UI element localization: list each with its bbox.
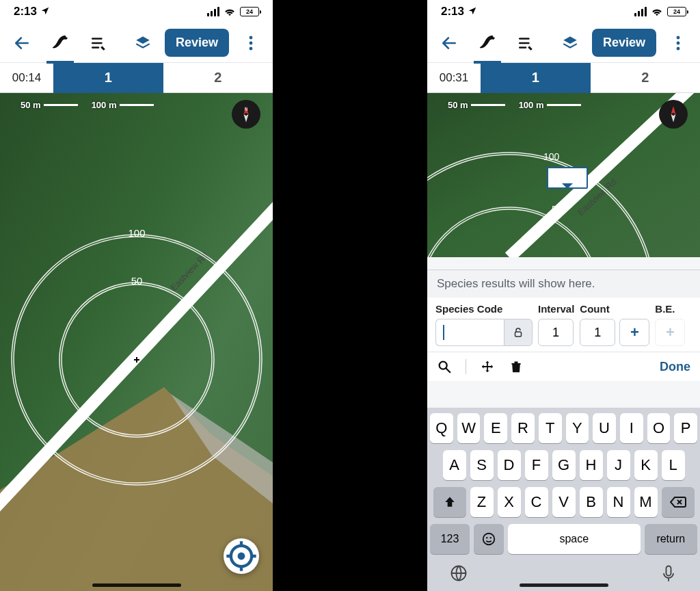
key-E[interactable]: E	[484, 413, 507, 443]
svg-text:100: 100	[543, 151, 560, 162]
svg-point-14	[677, 47, 680, 50]
mic-icon[interactable]	[659, 564, 678, 583]
key-L[interactable]: L	[662, 450, 685, 480]
status-time: 2:13	[14, 5, 50, 18]
key-O[interactable]: O	[647, 413, 671, 443]
interval-input[interactable]: 1	[538, 319, 574, 346]
key-F[interactable]: F	[525, 450, 548, 480]
results-hint: Species results will show here.	[427, 270, 700, 298]
layers-button[interactable]	[554, 27, 587, 60]
review-button[interactable]: Review	[165, 29, 229, 57]
timer: 00:31	[427, 63, 481, 92]
key-R[interactable]: R	[511, 413, 535, 443]
svg-point-13	[677, 41, 680, 44]
layers-button[interactable]	[126, 27, 159, 60]
svg-rect-23	[515, 332, 522, 337]
key-V[interactable]: V	[552, 487, 576, 517]
done-button[interactable]: Done	[660, 360, 690, 374]
wifi-icon	[651, 7, 663, 16]
key-emoji[interactable]	[474, 524, 504, 554]
tab-bird[interactable]	[44, 27, 77, 60]
toolbar: Review	[427, 23, 700, 63]
more-button[interactable]	[662, 27, 695, 60]
label-species-code: Species Code	[435, 303, 533, 315]
back-button[interactable]	[5, 27, 38, 60]
review-button[interactable]: Review	[592, 29, 656, 57]
svg-point-25	[483, 534, 495, 545]
signal-icon	[634, 7, 647, 16]
key-Q[interactable]: Q	[430, 413, 453, 443]
tab-interval-1[interactable]: 1	[53, 63, 163, 92]
key-backspace[interactable]	[662, 487, 695, 517]
tab-edit-list[interactable]	[82, 27, 115, 60]
key-N[interactable]: N	[607, 487, 630, 517]
home-indicator	[92, 583, 181, 587]
tab-edit-list[interactable]	[509, 27, 542, 60]
label-interval: Interval	[538, 303, 574, 315]
svg-point-1	[250, 41, 253, 44]
interval-tabs: 00:14 1 2	[0, 63, 273, 93]
more-button[interactable]	[234, 27, 267, 60]
locate-button[interactable]	[224, 538, 259, 574]
ring-label-50: 50	[131, 275, 143, 287]
compass-button[interactable]	[659, 100, 688, 129]
tab-bird[interactable]	[471, 27, 504, 60]
key-numbers[interactable]: 123	[430, 524, 470, 554]
key-H[interactable]: H	[580, 450, 603, 480]
key-C[interactable]: C	[525, 487, 548, 517]
key-B[interactable]: B	[580, 487, 603, 517]
keyboard-row-1: Q W E R T Y U I O P	[430, 413, 697, 443]
home-indicator	[520, 583, 608, 587]
key-G[interactable]: G	[552, 450, 576, 480]
count-input[interactable]: 1	[580, 319, 615, 346]
label-count: Count	[580, 303, 649, 315]
key-A[interactable]: A	[443, 450, 466, 480]
be-button[interactable]: +	[655, 319, 685, 346]
map-view[interactable]: Eastview Rd 50 100 50 m 100 m	[427, 93, 700, 257]
label-be: B.E.	[655, 303, 685, 315]
key-D[interactable]: D	[498, 450, 521, 480]
map-scale: 50 m 100 m	[21, 100, 154, 110]
map-observation-marker[interactable]	[547, 167, 588, 189]
key-Y[interactable]: Y	[566, 413, 589, 443]
map-scale: 50 m 100 m	[448, 100, 581, 110]
tab-interval-2[interactable]: 2	[163, 63, 273, 92]
timer: 00:14	[0, 63, 53, 92]
compass-button[interactable]: N	[232, 100, 260, 129]
key-U[interactable]: U	[593, 413, 616, 443]
svg-text:N: N	[244, 107, 247, 111]
key-space[interactable]: space	[508, 524, 641, 554]
svg-point-26	[486, 537, 487, 538]
status-bar: 2:13 24	[427, 0, 700, 23]
search-icon[interactable]	[437, 359, 452, 374]
key-P[interactable]: P	[674, 413, 697, 443]
svg-point-27	[490, 537, 492, 538]
back-button[interactable]	[433, 27, 466, 60]
key-X[interactable]: X	[498, 487, 521, 517]
key-K[interactable]: K	[634, 450, 658, 480]
key-I[interactable]: I	[620, 413, 643, 443]
map-view[interactable]: Eastview Rd 50 100 50 m 100 m N	[0, 93, 273, 591]
key-return[interactable]: return	[645, 524, 697, 554]
key-W[interactable]: W	[457, 413, 481, 443]
key-T[interactable]: T	[539, 413, 562, 443]
tab-interval-1[interactable]: 1	[481, 63, 591, 92]
wifi-icon	[224, 7, 236, 16]
keyboard: Q W E R T Y U I O P A S D F G H J K L Z …	[427, 408, 700, 591]
keyboard-row-4: 123 space return	[430, 524, 697, 554]
species-code-input[interactable]	[435, 319, 504, 346]
svg-point-2	[250, 47, 253, 50]
svg-rect-29	[667, 566, 671, 576]
lock-button[interactable]	[504, 319, 533, 346]
tab-interval-2[interactable]: 2	[591, 63, 701, 92]
key-S[interactable]: S	[470, 450, 494, 480]
key-M[interactable]: M	[634, 487, 658, 517]
key-shift[interactable]	[433, 487, 466, 517]
ring-label-100: 100	[128, 227, 145, 239]
key-Z[interactable]: Z	[470, 487, 494, 517]
globe-icon[interactable]	[449, 564, 468, 583]
key-J[interactable]: J	[607, 450, 630, 480]
count-increment-button[interactable]: +	[619, 319, 649, 346]
delete-icon[interactable]	[509, 359, 524, 374]
move-icon[interactable]	[480, 359, 495, 374]
